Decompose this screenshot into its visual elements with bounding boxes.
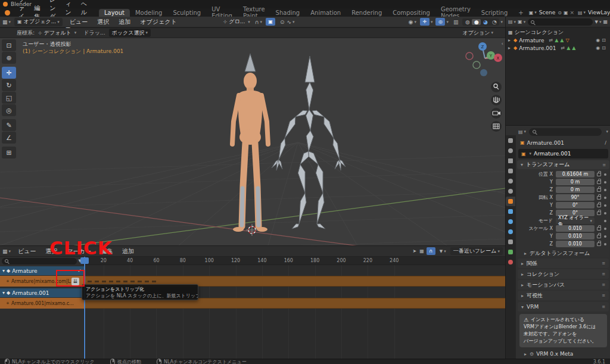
properties-search-input[interactable] <box>529 128 602 136</box>
blender-menu-icon[interactable] <box>5 10 10 15</box>
properties-tab-particles[interactable] <box>506 217 515 226</box>
vrm-panel-header[interactable]: ▾ VRM ≡ <box>518 302 609 312</box>
vrm-subpanel-vrm-0-x-meta[interactable]: ▸⚙VRM 0.x Meta <box>516 350 610 358</box>
bone[interactable] <box>306 110 313 130</box>
markers-toggle[interactable]: ▦ <box>419 248 424 254</box>
outliner-options-icon[interactable]: ▦ <box>603 19 608 24</box>
bone[interactable] <box>333 138 340 160</box>
animate-dot-icon[interactable] <box>604 243 606 245</box>
visibility-dropdown[interactable]: ◉▾ <box>409 19 416 25</box>
tool-scale-button[interactable]: ◱ <box>2 92 16 104</box>
shading-material-button[interactable]: ◕ <box>481 19 490 25</box>
workspace-tab-scripting[interactable]: Scripting <box>476 9 513 17</box>
navigation-gizmo[interactable]: Z Y X <box>466 42 502 76</box>
xray-toggle[interactable]: ▥ <box>453 19 459 25</box>
properties-tab-view-layer[interactable] <box>506 166 515 176</box>
editor-type-button[interactable]: ▦▾ <box>2 248 11 254</box>
properties-tab-scene[interactable] <box>506 176 515 186</box>
lock-icon[interactable] <box>597 242 601 246</box>
animate-dot-icon[interactable] <box>604 228 606 230</box>
snap-dropdown[interactable]: ∩▾ <box>255 19 262 25</box>
transform-value-field[interactable]: 0° <box>556 202 595 209</box>
lock-icon[interactable] <box>597 227 601 231</box>
properties-tab-material[interactable] <box>506 257 515 267</box>
editor-type-button[interactable]: ▦▾ <box>2 19 11 25</box>
nla-action-row-armature-001[interactable]: ∗ Armature.001|mixamo.c... <box>0 298 84 309</box>
viewport-menu-選択[interactable]: 選択 <box>92 18 114 26</box>
bone[interactable] <box>285 117 295 138</box>
eye-visibility-icon[interactable]: ◉ <box>596 45 600 51</box>
zoom-button[interactable] <box>491 82 502 92</box>
bone[interactable] <box>298 164 305 193</box>
bone[interactable] <box>295 110 307 117</box>
orientation-default-dropdown[interactable]: ⊹ デフォルト▾ <box>38 29 76 37</box>
nla-channel-armature-001[interactable]: ▾ ◆ Armature.001 <box>0 288 84 297</box>
perspective-toggle-button[interactable] <box>491 121 502 132</box>
tool-cursor-button[interactable]: ⊕ <box>2 52 16 64</box>
properties-tab-world[interactable] <box>506 186 515 196</box>
nla-ruler[interactable]: 20406080100120140160180200220240 <box>84 257 505 265</box>
properties-tab-render[interactable] <box>506 146 515 155</box>
outliner-item-armature.001[interactable]: ▸◆Armature.001⇄▲▲◉⊡ <box>506 44 610 52</box>
transform-panel-header[interactable]: ▾ トランスフォーム ≡ <box>517 160 609 169</box>
display-mode-dropdown[interactable]: ▤▾ <box>508 19 516 24</box>
animate-dot-icon[interactable] <box>604 212 606 214</box>
proportional-edit-dropdown[interactable]: ⊙∿▾ <box>280 19 295 25</box>
nla-menu-ビュー[interactable]: ビュー <box>13 247 41 256</box>
tool-annotate-button[interactable]: ✎ <box>2 119 16 131</box>
snap-toggle[interactable]: ▣ <box>266 18 275 26</box>
bone[interactable] <box>309 151 318 164</box>
bone[interactable] <box>316 164 323 193</box>
eyedropper-icon[interactable]: ∕ <box>605 140 606 145</box>
shading-solid-button[interactable]: ● <box>472 19 481 25</box>
transform-value-field[interactable]: 90° <box>556 194 595 201</box>
bone[interactable] <box>317 224 325 229</box>
properties-tab-data[interactable] <box>506 247 515 257</box>
auto-snap-toggle[interactable]: ∩ <box>427 247 435 255</box>
transform-value-field[interactable]: 0.61604 m <box>556 171 595 178</box>
transform-value-field[interactable]: XYZ オイラー角▾ <box>556 217 595 224</box>
overlays-toggle[interactable]: ◎ <box>435 18 445 26</box>
bone[interactable] <box>324 117 334 138</box>
workspace-tab-rendering[interactable]: Rendering <box>346 9 387 17</box>
nla-timeline[interactable] <box>84 265 505 359</box>
eye-visibility-icon[interactable]: ◉ <box>596 38 600 43</box>
section-関係[interactable]: ▸関係≡ <box>518 259 609 268</box>
filter-dropdown[interactable]: ▼▾ <box>595 20 602 24</box>
bone[interactable] <box>312 110 324 117</box>
properties-tab-output[interactable] <box>506 156 515 166</box>
transform-value-field[interactable]: 0 m <box>556 186 595 193</box>
properties-tab-object[interactable] <box>506 197 515 206</box>
pan-button[interactable] <box>491 95 502 105</box>
close-icon[interactable]: × <box>569 10 574 15</box>
transform-value-field[interactable]: 0.010 <box>556 233 595 239</box>
properties-context-dropdown[interactable]: ▤▾ <box>518 129 526 135</box>
bone[interactable] <box>306 130 313 151</box>
camera-render-icon[interactable]: ⊡ <box>602 38 606 43</box>
pin-icon[interactable]: ⊙ <box>558 10 562 15</box>
gizmo-toggle[interactable]: ✛ <box>420 18 430 26</box>
tweak-cursor-icon[interactable]: ➤ <box>412 248 416 254</box>
viewport-3d[interactable]: Z Y X <box>0 38 505 245</box>
lock-icon[interactable] <box>597 211 601 215</box>
object-name-field[interactable]: ▣▾ Armature.001 <box>518 149 608 158</box>
lock-icon[interactable] <box>597 196 601 200</box>
lock-icon[interactable] <box>597 173 601 176</box>
armature-skeleton[interactable] <box>272 56 346 229</box>
animate-dot-icon[interactable] <box>604 197 606 199</box>
workspace-tab-sculpting[interactable]: Sculpting <box>167 9 206 17</box>
properties-tab-constraints[interactable] <box>506 237 515 247</box>
tool-move-button[interactable]: ✛ <box>2 67 16 79</box>
viewport-menu-追加[interactable]: 追加 <box>114 18 135 26</box>
camera-render-icon[interactable]: ⊡ <box>602 45 606 51</box>
shading-rendered-button[interactable]: ◔ <box>490 19 499 25</box>
camera-view-button[interactable] <box>491 108 502 119</box>
shading-wireframe-button[interactable]: ◍ <box>463 19 472 25</box>
nla-menu-追加[interactable]: 追加 <box>117 247 139 256</box>
animate-dot-icon[interactable] <box>604 173 606 176</box>
workspace-tab-compositing[interactable]: Compositing <box>387 9 435 17</box>
animate-dot-icon[interactable] <box>604 181 606 183</box>
viewport-menu-オブジェクト[interactable]: オブジェクト <box>135 18 181 26</box>
section-コレクション[interactable]: ▸コレクション≡ <box>518 269 609 279</box>
transform-value-field[interactable]: 0.010 <box>556 241 595 247</box>
